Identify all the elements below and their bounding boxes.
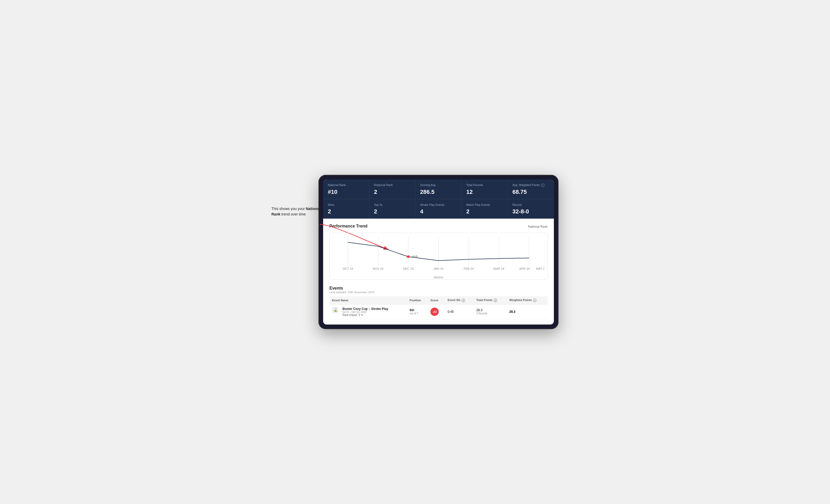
stat-value-regional-rank: 2 [374, 189, 411, 195]
info-icon-avg-weighted: i [541, 183, 544, 187]
event-sg-cell: 0.45 [445, 304, 474, 319]
stat-national-rank: National Rank #10 [323, 179, 369, 199]
svg-text:NOV 23: NOV 23 [373, 267, 383, 270]
stat-value-national-rank: #10 [328, 189, 364, 195]
stat-match-play-events: Match Play Events 2 [461, 199, 508, 219]
stat-scoring-avg: Scoring Avg. 286.5 [416, 179, 462, 199]
total-points-cell: 28.3 3 Rounds [474, 304, 507, 319]
svg-text:APR 24: APR 24 [519, 267, 530, 270]
events-table-header-row: Event Name Position Score Event SG i Tot… [329, 296, 548, 304]
events-last-updated: Last updated: 24th November 2023 [329, 291, 548, 294]
tablet-device: National Rank #10 Regional Rank 2 Scorin… [318, 175, 558, 329]
position-sub: out of 7 [410, 312, 425, 315]
stat-stroke-play-events: Stroke Play Events 4 [416, 199, 462, 219]
chart-label: National Rank [528, 225, 548, 229]
total-points-value: 28.3 [476, 308, 504, 312]
events-table-header: Event Name Position Score Event SG i Tot… [329, 296, 548, 304]
info-icon-total-points: i [494, 299, 497, 302]
stat-label-record: Record [512, 203, 549, 207]
stat-value-match-play-events: 2 [466, 208, 503, 215]
events-section-title: Events [329, 286, 548, 291]
table-row: ⛳ Buster Cozy Cup – Stroke Play Oct 9 – … [329, 304, 548, 319]
col-position: Position [407, 296, 428, 304]
info-icon-event-sg: i [462, 299, 465, 302]
stat-value-scoring-avg: 286.5 [420, 189, 457, 195]
stat-value-record: 32-8-0 [512, 208, 549, 215]
stat-label-regional-rank: Regional Rank [374, 183, 411, 187]
stat-avg-weighted-points: Avg. Weighted Points i 68.75 [508, 179, 554, 199]
col-weighted-points: Weighted Points i [507, 296, 548, 304]
rank-impact: Rank Impact: 3 ▼ [343, 313, 388, 316]
event-score-cell: -22 [428, 304, 445, 319]
col-score: Score [428, 296, 445, 304]
svg-text:JAN 24: JAN 24 [434, 267, 443, 270]
stat-value-avg-weighted-points: 68.75 [512, 189, 549, 195]
svg-text:FEB 24: FEB 24 [464, 267, 474, 270]
events-table: Event Name Position Score Event SG i Tot… [329, 296, 548, 319]
stat-regional-rank: Regional Rank 2 [369, 179, 416, 199]
stat-value-total-rounds: 12 [466, 189, 503, 195]
event-type-icon: ⛳ [332, 307, 338, 313]
annotation-text: This shows you your National Rank trend … [272, 207, 320, 216]
stat-label-stroke-play-events: Stroke Play Events [420, 203, 457, 207]
event-position-cell: 6th out of 7 [407, 304, 428, 319]
stat-label-scoring-avg: Scoring Avg. [420, 183, 457, 187]
stat-value-wins: 2 [328, 208, 364, 215]
col-total-points: Total Points i [474, 296, 507, 304]
annotation-bold: National Rank [272, 207, 320, 216]
event-name-wrapper: ⛳ Buster Cozy Cup – Stroke Play Oct 9 – … [332, 307, 404, 316]
svg-text:MAY 24: MAY 24 [536, 267, 544, 270]
col-event-name: Event Name [329, 296, 407, 304]
position-text: 6th [410, 308, 425, 312]
event-name-cell: ⛳ Buster Cozy Cup – Stroke Play Oct 9 – … [329, 304, 407, 319]
annotation: This shows you your National Rank trend … [272, 206, 324, 217]
stat-label-avg-weighted-points: Avg. Weighted Points i [512, 183, 549, 187]
stat-label-top3s: Top 3s [374, 203, 411, 207]
chart-header: Performance Trend National Rank [329, 224, 548, 230]
stat-total-rounds: Total Rounds 12 [461, 179, 508, 199]
stat-label-match-play-events: Match Play Events [466, 203, 503, 207]
stat-label-wins: Wins [328, 203, 364, 207]
x-axis-label: Months [333, 276, 544, 279]
svg-text:#10: #10 [412, 255, 418, 259]
score-badge: -22 [430, 308, 439, 316]
stat-label-national-rank: National Rank [328, 183, 364, 187]
stat-value-top3s: 2 [374, 208, 411, 215]
events-section: Events Last updated: 24th November 2023 … [329, 286, 548, 319]
event-date: Oct 9 – Oct 10, 2023 [343, 311, 388, 313]
col-event-sg: Event SG i [445, 296, 474, 304]
svg-text:OCT 23: OCT 23 [343, 267, 353, 270]
weighted-points-cell: 28.3 [507, 304, 548, 319]
event-details: Buster Cozy Cup – Stroke Play Oct 9 – Oc… [343, 307, 388, 316]
svg-point-8 [407, 256, 410, 258]
total-points-rounds: 3 Rounds [476, 312, 504, 315]
stats-row-1: National Rank #10 Regional Rank 2 Scorin… [323, 179, 554, 199]
chart-title: Performance Trend [329, 224, 368, 229]
event-name-text: Buster Cozy Cup – Stroke Play [343, 307, 388, 311]
stats-row-2: Wins 2 Top 3s 2 Stroke Play Events 4 Mat… [323, 199, 554, 219]
stat-label-total-rounds: Total Rounds [466, 183, 503, 187]
svg-text:DEC 23: DEC 23 [403, 267, 413, 270]
svg-text:MAR 24: MAR 24 [493, 267, 505, 270]
events-table-body: ⛳ Buster Cozy Cup – Stroke Play Oct 9 – … [329, 304, 548, 319]
stat-record: Record 32-8-0 [508, 199, 554, 219]
stat-value-stroke-play-events: 4 [420, 208, 457, 215]
tablet-screen: National Rank #10 Regional Rank 2 Scorin… [323, 179, 554, 324]
stat-wins: Wins 2 [323, 199, 369, 219]
performance-trend-chart: #10 OCT 23 NOV 23 DEC 23 JAN 24 FEB 24 M… [329, 233, 548, 280]
chart-svg: #10 OCT 23 NOV 23 DEC 23 JAN 24 FEB 24 M… [333, 237, 544, 274]
rank-impact-arrow: ▼ [361, 313, 363, 316]
info-icon-weighted-points: i [533, 299, 536, 302]
outer-wrapper: This shows you your National Rank trend … [272, 175, 558, 329]
stat-top3s: Top 3s 2 [369, 199, 416, 219]
weighted-points-value: 28.3 [509, 310, 515, 313]
content-area: Performance Trend National Rank [323, 219, 554, 325]
